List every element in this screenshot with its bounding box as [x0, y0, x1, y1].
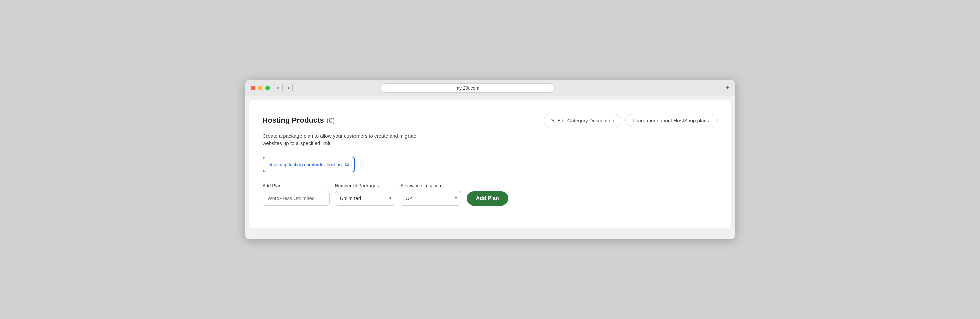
maximize-button[interactable]: [265, 86, 270, 90]
edit-category-button[interactable]: ✎ Edit Category Description: [544, 114, 622, 127]
num-packages-select[interactable]: Unlimited 1 2 5 10 25 50: [335, 191, 395, 206]
allowance-select-wrapper: UK US EU ▾: [401, 191, 461, 206]
page-title-area: Hosting Products (0): [262, 116, 335, 124]
allowance-location-group: Allowance Location UK US EU ▾: [401, 183, 461, 206]
browser-chrome: < > my.20i.com +: [245, 80, 735, 96]
add-plan-input[interactable]: [262, 191, 330, 206]
page-count: (0): [327, 116, 335, 124]
traffic-lights: [251, 86, 270, 90]
learn-more-button[interactable]: Learn more about HostShop plans.: [625, 114, 718, 127]
copy-icon[interactable]: ⧉: [345, 161, 349, 167]
pencil-icon: ✎: [551, 118, 555, 123]
page-title: Hosting Products: [262, 116, 324, 124]
add-plan-group: Add Plan: [262, 183, 330, 206]
browser-content: Hosting Products (0) ✎ Edit Category Des…: [249, 100, 731, 228]
nav-buttons: < >: [274, 84, 293, 93]
url-text: https://cp.testing.com/order-hosting: [269, 162, 342, 167]
add-plan-label: Add Plan: [262, 183, 330, 188]
new-tab-button[interactable]: +: [726, 84, 730, 92]
back-button[interactable]: <: [274, 84, 283, 93]
header-buttons: ✎ Edit Category Description Learn more a…: [544, 114, 718, 127]
page-header: Hosting Products (0) ✎ Edit Category Des…: [262, 114, 718, 127]
num-packages-select-wrapper: Unlimited 1 2 5 10 25 50 ▾: [335, 191, 395, 206]
close-button[interactable]: [251, 86, 255, 90]
minimize-button[interactable]: [258, 86, 262, 90]
allowance-location-label: Allowance Location: [401, 183, 461, 188]
add-plan-button[interactable]: Add Plan: [466, 191, 508, 206]
learn-more-label: Learn more about HostShop plans.: [633, 118, 711, 123]
num-packages-label: Number of Packages: [335, 183, 395, 188]
forward-button[interactable]: >: [284, 84, 293, 93]
url-box[interactable]: https://cp.testing.com/order-hosting ⧉: [262, 157, 355, 172]
address-bar[interactable]: my.20i.com: [380, 83, 555, 93]
browser-window: < > my.20i.com + Hosting Products (0) ✎ …: [245, 80, 735, 239]
page-description: Create a package plan to allow your cust…: [262, 132, 430, 147]
add-plan-form: Add Plan Number of Packages Unlimited 1 …: [262, 183, 718, 206]
num-packages-group: Number of Packages Unlimited 1 2 5 10 25…: [335, 183, 395, 206]
edit-category-label: Edit Category Description: [557, 118, 614, 123]
allowance-location-select[interactable]: UK US EU: [401, 191, 461, 206]
